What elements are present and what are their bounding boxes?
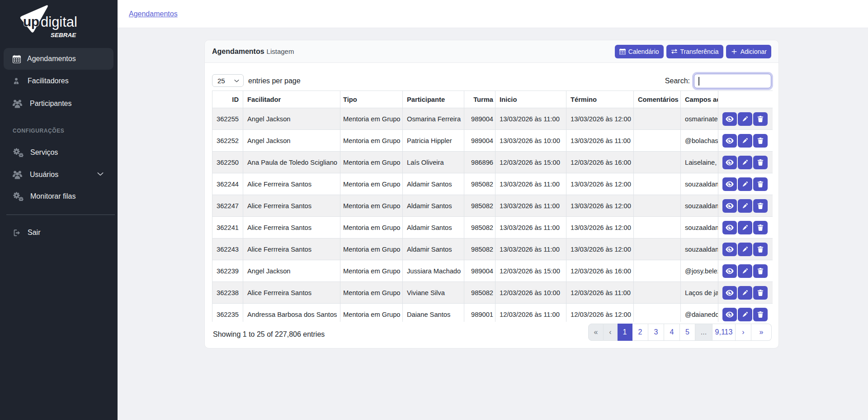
- svg-text:SEBRAE: SEBRAE: [51, 32, 76, 38]
- svg-text:digital: digital: [41, 14, 77, 30]
- svg-text:up: up: [23, 14, 39, 29]
